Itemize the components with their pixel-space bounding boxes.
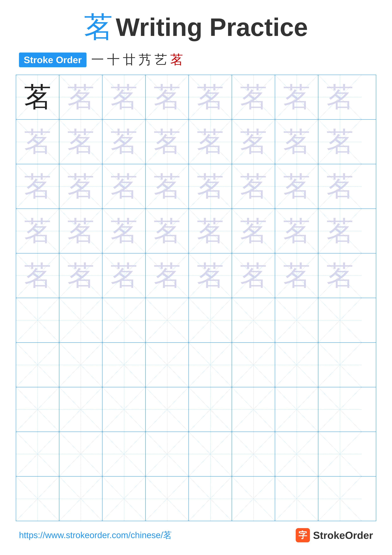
grid-cell [59,298,102,342]
grid-cell [102,476,146,521]
grid-cell: 茗 [59,209,102,253]
practice-char: 茗 [240,173,267,200]
stroke-seq-4: 艿 [139,51,151,68]
grid-cell [318,298,362,342]
footer-brand: 字 StrokeOrder [296,528,373,542]
practice-char: 茗 [327,218,353,244]
grid-cell [189,387,232,431]
grid-cell: 茗 [189,75,232,119]
practice-char: 茗 [197,262,224,289]
grid-cell [189,476,232,521]
grid-cell: 茗 [275,164,318,209]
grid-cell [102,432,146,476]
grid-cell [232,432,275,476]
practice-char: 茗 [111,128,137,155]
grid-cell [318,343,362,387]
practice-char: 茗 [327,84,353,110]
practice-char: 茗 [154,128,181,155]
grid-cell [59,476,102,521]
practice-char: 茗 [111,218,137,244]
grid-cell: 茗 [146,164,189,209]
grid-cell [16,387,59,431]
grid-cell [318,476,362,521]
grid-cell: 茗 [146,209,189,253]
grid-row: 茗茗茗茗茗茗茗茗 [16,120,376,164]
grid-cell: 茗 [318,164,362,209]
practice-char: 茗 [154,84,181,110]
grid-cell: 茗 [102,254,146,298]
stroke-order-badge: Stroke Order [19,52,86,67]
grid-cell [232,343,275,387]
grid-row: 茗茗茗茗茗茗茗茗 [16,254,376,298]
practice-char: 茗 [283,262,310,289]
practice-char: 茗 [327,262,353,289]
grid-row: 茗茗茗茗茗茗茗茗 [16,75,376,120]
practice-char: 茗 [283,173,310,200]
grid-cell: 茗 [102,120,146,164]
grid-cell: 茗 [16,75,59,119]
grid-cell: 茗 [59,164,102,209]
grid-cell: 茗 [102,209,146,253]
grid-cell [146,432,189,476]
grid-row [16,387,376,432]
stroke-seq-1: 一 [91,51,104,68]
grid-cell: 茗 [102,164,146,209]
grid-cell: 茗 [102,75,146,119]
grid-cell: 茗 [318,75,362,119]
grid-cell [318,432,362,476]
grid-cell [275,343,318,387]
grid-cell [189,343,232,387]
stroke-seq-5: 艺 [155,51,167,68]
grid-cell: 茗 [275,254,318,298]
grid-cell: 茗 [59,254,102,298]
practice-char: 茗 [154,262,181,289]
grid-cell [275,387,318,431]
grid-cell [102,298,146,342]
grid-cell [16,343,59,387]
grid-cell: 茗 [189,254,232,298]
grid-cell: 茗 [232,164,275,209]
grid-cell [232,387,275,431]
grid-row [16,476,376,521]
grid-cell: 茗 [232,254,275,298]
practice-char: 茗 [24,262,51,289]
stroke-seq-6: 茗 [170,51,183,68]
footer-logo-char: 字 [298,529,307,541]
practice-char: 茗 [327,128,353,155]
practice-char: 茗 [240,218,267,244]
grid-cell: 茗 [189,120,232,164]
grid-cell [59,343,102,387]
grid-cell [232,298,275,342]
grid-cell [275,298,318,342]
grid-cell: 茗 [275,75,318,119]
grid-cell [189,432,232,476]
practice-char: 茗 [240,84,267,110]
grid-cell: 茗 [59,120,102,164]
grid-cell [146,476,189,521]
practice-char: 茗 [283,128,310,155]
grid-row: 茗茗茗茗茗茗茗茗 [16,164,376,209]
practice-char: 茗 [24,173,51,200]
grid-cell [102,387,146,431]
grid-cell: 茗 [59,75,102,119]
practice-char: 茗 [67,84,94,110]
grid-cell [102,343,146,387]
grid-cell [189,298,232,342]
grid-cell [16,298,59,342]
practice-char: 茗 [197,173,224,200]
practice-char: 茗 [197,84,224,110]
practice-char: 茗 [67,128,94,155]
practice-char: 茗 [283,84,310,110]
practice-char: 茗 [111,262,137,289]
practice-char: 茗 [154,218,181,244]
stroke-order-section: Stroke Order 一 十 廿 艿 艺 茗 [19,51,392,68]
practice-char: 茗 [24,84,51,110]
footer: https://www.strokeorder.com/chinese/茗 字 … [0,528,392,542]
grid-cell: 茗 [275,120,318,164]
grid-cell: 茗 [318,209,362,253]
practice-char: 茗 [24,218,51,244]
grid-cell: 茗 [16,120,59,164]
grid-cell [146,343,189,387]
grid-cell: 茗 [318,254,362,298]
grid-cell: 茗 [275,209,318,253]
